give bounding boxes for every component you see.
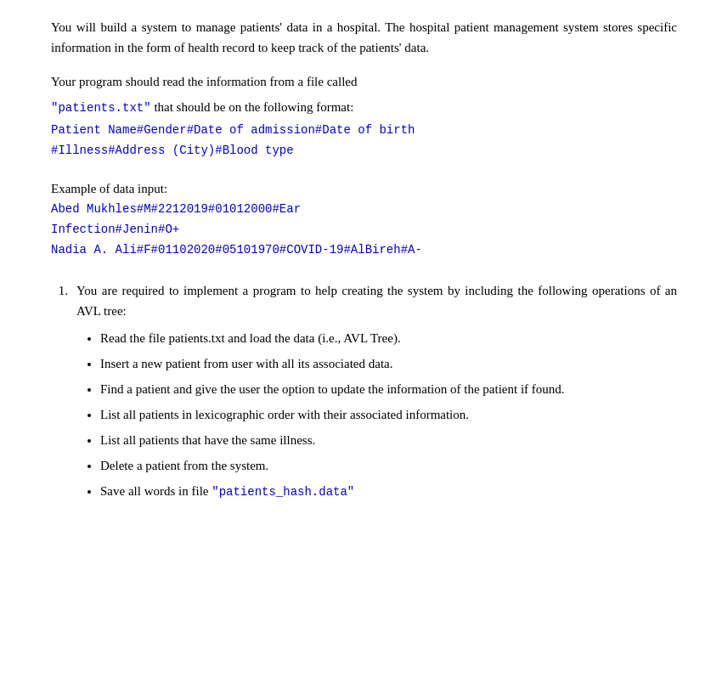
filename-code: "patients.txt" — [51, 101, 151, 115]
example-line3: Nadia A. Ali#F#01102020#05101970#COVID-1… — [51, 240, 677, 261]
bullet-text-4: List all patients in lexicographic order… — [100, 408, 469, 421]
example-label: Example of data input: — [51, 182, 677, 196]
page-content: You will build a system to manage patien… — [0, 0, 728, 541]
bullet-text-2: Insert a new patient from user with all … — [100, 357, 392, 370]
main-numbered-list: You are required to implement a program … — [51, 280, 677, 506]
hash-file-code: "patients_hash.data" — [212, 485, 354, 499]
format-line2: #Illness#Address (City)#Blood type — [51, 141, 677, 161]
task-item-1-content: You are required to implement a program … — [76, 280, 677, 506]
task-item-1: You are required to implement a program … — [51, 280, 677, 506]
file-desc-text: Your program should read the information… — [51, 75, 357, 88]
bullet-item-2: Insert a new patient from user with all … — [100, 353, 677, 374]
bullet-item-4: List all patients in lexicographic order… — [100, 404, 677, 425]
bullet-item-5: List all patients that have the same ill… — [100, 430, 677, 450]
bullet-text-7: Save all words in file "patients_hash.da… — [100, 484, 354, 498]
bullet-item-7: Save all words in file "patients_hash.da… — [100, 481, 677, 501]
format-line1: Patient Name#Gender#Date of admission#Da… — [51, 121, 677, 141]
file-format-header: "patients.txt" that should be on the fol… — [51, 97, 677, 117]
example-line2: Infection#Jenin#O+ — [51, 220, 677, 240]
intro-paragraph-1: You will build a system to manage patien… — [51, 17, 677, 58]
task-intro-text: You are required to implement a program … — [76, 284, 677, 318]
bullet-item-3: Find a patient and give the user the opt… — [100, 379, 677, 399]
bullet-text-5: List all patients that have the same ill… — [100, 433, 315, 447]
bullet-list: Read the file patients.txt and load the … — [76, 328, 677, 501]
bullet-item-1: Read the file patients.txt and load the … — [100, 328, 677, 348]
example-line1: Abed Mukhles#M#2212019#01012000#Ear — [51, 200, 677, 220]
bullet-text-6: Delete a patient from the system. — [100, 459, 268, 472]
example-code-block: Abed Mukhles#M#2212019#01012000#Ear Infe… — [51, 200, 677, 260]
bullet-item-6: Delete a patient from the system. — [100, 455, 677, 476]
file-description: Your program should read the information… — [51, 71, 677, 92]
format-block: Patient Name#Gender#Date of admission#Da… — [51, 121, 677, 161]
bullet-text-1: Read the file patients.txt and load the … — [100, 331, 401, 345]
bullet-text-3: Find a patient and give the user the opt… — [100, 382, 565, 396]
format-desc-text: that should be on the following format: — [151, 100, 354, 114]
example-section: Example of data input: Abed Mukhles#M#22… — [51, 182, 677, 260]
